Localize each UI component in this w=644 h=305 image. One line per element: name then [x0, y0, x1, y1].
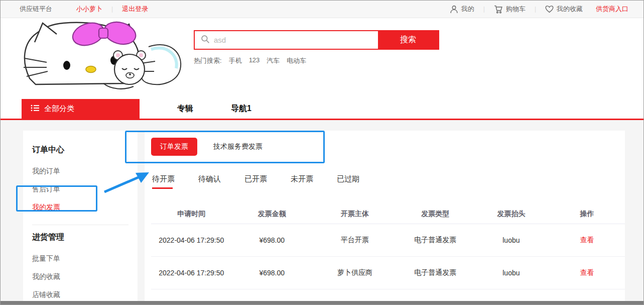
invoice-table: 申请时间 发票金额 开票主体 发票类型 发票抬头 操作 2022-04-06 1… — [151, 204, 625, 305]
nav-item-nav1[interactable]: 导航1 — [231, 99, 251, 119]
hot-keyword[interactable]: 123 — [249, 56, 260, 65]
divider: | — [111, 6, 113, 13]
invoice-status-tabs: 待开票 待确认 已开票 未开票 已过期 — [151, 174, 625, 189]
invoice-panel: 订单发票 技术服务费发票 待开票 待确认 已开票 未开票 已过期 申请时间 发票… — [145, 131, 625, 305]
logout-link[interactable]: 退出登录 — [122, 5, 148, 14]
cell-issuer: 萝卜供应商 — [312, 268, 398, 277]
main-nav: 全部分类 专辑 导航1 — [1, 99, 643, 120]
hot-keyword[interactable]: 电动车 — [287, 56, 306, 65]
heart-icon — [545, 5, 554, 13]
col-type: 发票类型 — [398, 210, 473, 219]
category-list-icon — [31, 105, 39, 113]
tab-tech-service-fee-invoice[interactable]: 技术服务费发票 — [204, 138, 272, 156]
cell-amount: ¥698.00 — [231, 236, 312, 244]
divider: | — [535, 6, 536, 13]
username-link[interactable]: 小小萝卜 — [76, 5, 102, 14]
cart-link[interactable]: 购物车 — [494, 5, 526, 14]
sidebar-section-order-center: 订单中心 — [32, 145, 128, 155]
status-tab-pending[interactable]: 待开票 — [152, 174, 175, 189]
sidebar: 订单中心 我的订单 售后订单 我的发票 进货管理 批量下单 我的收藏 店铺收藏 … — [23, 131, 138, 305]
status-tab-expired[interactable]: 已过期 — [337, 174, 359, 189]
cell-title: luobu — [473, 269, 549, 277]
search-button[interactable]: 搜索 — [378, 31, 438, 49]
content-area: 订单中心 我的订单 售后订单 我的发票 进货管理 批量下单 我的收藏 店铺收藏 … — [1, 120, 643, 305]
my-account-label: 我的 — [461, 5, 474, 14]
platform-brand: 供应链平台 — [20, 5, 52, 14]
invoice-type-tabs: 订单发票 技术服务费发票 — [151, 138, 625, 156]
sidebar-item-bulk-order[interactable]: 批量下单 — [32, 250, 128, 268]
view-link[interactable]: 查看 — [580, 236, 594, 244]
cell-type: 电子普通发票 — [398, 268, 473, 277]
table-header-row: 申请时间 发票金额 开票主体 发票类型 发票抬头 操作 — [151, 204, 625, 224]
col-issuer: 开票主体 — [312, 210, 398, 219]
favorites-label: 我的收藏 — [557, 5, 583, 14]
nav-item-album[interactable]: 专辑 — [177, 99, 193, 119]
col-amount: 发票金额 — [231, 210, 312, 219]
sidebar-item-aftersale-orders[interactable]: 售后订单 — [32, 180, 128, 198]
favorites-link[interactable]: 我的收藏 — [545, 5, 583, 14]
cart-label: 购物车 — [506, 5, 526, 14]
cell-apply-time: 2022-04-06 17:29:50 — [151, 236, 231, 244]
cell-type: 电子普通发票 — [398, 236, 473, 245]
table-row: 2022-04-06 17:29:50 ¥698.00 萝卜供应商 电子普通发票… — [151, 257, 625, 289]
col-action: 操作 — [549, 210, 625, 219]
site-header: 搜索 热门搜索: 手机 123 汽车 电动车 — [1, 18, 643, 99]
sidebar-section-purchase-mgmt: 进货管理 — [32, 232, 128, 243]
hot-search-label: 热门搜索: — [194, 56, 222, 65]
status-tab-to-confirm[interactable]: 待确认 — [198, 174, 221, 189]
table-row: 2022-04-06 17:29:50 ¥698.00 平台开票 电子普通发票 … — [151, 224, 625, 257]
site-logo-cat[interactable] — [21, 19, 184, 94]
sidebar-item-my-favorites[interactable]: 我的收藏 — [32, 268, 128, 286]
divider — [32, 225, 128, 225]
search-icon — [201, 35, 210, 46]
cell-apply-time: 2022-04-06 17:29:50 — [151, 269, 231, 277]
search-input[interactable] — [214, 31, 378, 49]
status-tab-not-issued[interactable]: 未开票 — [291, 174, 313, 189]
supplier-entry-link[interactable]: 供货商入口 — [596, 5, 628, 14]
search-box: 搜索 — [194, 30, 439, 50]
cell-issuer: 平台开票 — [312, 236, 398, 245]
tab-order-invoice[interactable]: 订单发票 — [151, 138, 197, 156]
window-bottom-edge — [1, 301, 643, 304]
user-icon — [450, 5, 458, 14]
hot-keyword[interactable]: 汽车 — [267, 56, 280, 65]
col-apply-time: 申请时间 — [151, 210, 231, 219]
col-title: 发票抬头 — [473, 210, 549, 219]
my-account-link[interactable]: 我的 — [450, 5, 474, 14]
cell-title: luobu — [473, 236, 549, 244]
topbar: 供应链平台 小小萝卜 | 退出登录 我的 | 购物车 — [1, 1, 643, 18]
status-tab-issued[interactable]: 已开票 — [244, 174, 267, 189]
all-categories-label: 全部分类 — [44, 104, 74, 114]
cell-amount: ¥698.00 — [231, 269, 312, 277]
hot-search: 热门搜索: 手机 123 汽车 电动车 — [194, 56, 439, 65]
sidebar-item-my-invoices[interactable]: 我的发票 — [32, 198, 128, 217]
hot-keyword[interactable]: 手机 — [229, 56, 242, 65]
divider: | — [483, 6, 485, 13]
view-link[interactable]: 查看 — [580, 268, 594, 276]
cart-icon — [494, 5, 503, 14]
all-categories-button[interactable]: 全部分类 — [22, 99, 140, 119]
sidebar-item-my-orders[interactable]: 我的订单 — [32, 162, 128, 180]
